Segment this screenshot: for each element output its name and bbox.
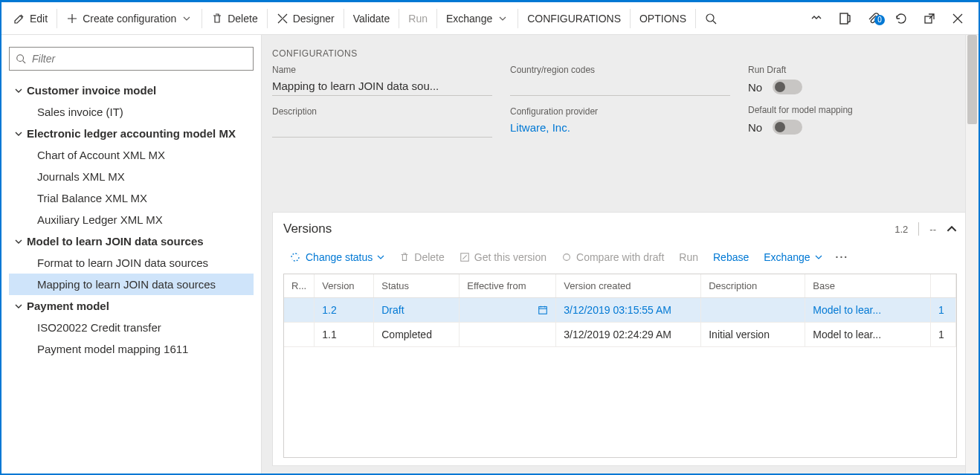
default-toggle[interactable] [773, 120, 802, 135]
table-row[interactable]: 1.2Draft3/12/2019 03:15:55 AMModel to le… [284, 298, 956, 323]
tree-node[interactable]: Payment model [9, 295, 254, 317]
configurations-tab-button[interactable]: CONFIGURATIONS [520, 2, 628, 34]
description-field-value[interactable] [272, 121, 492, 138]
grid-column-header[interactable]: Effective from [460, 274, 556, 298]
cell-description: Initial version [701, 323, 805, 347]
versions-panel: Versions 1.2 -- Change status [272, 212, 968, 466]
change-status-label: Change status [306, 251, 373, 263]
status-cycle-icon [289, 251, 301, 263]
tree-node-label: Sales invoice (IT) [37, 106, 123, 118]
grid-column-header[interactable]: R... [284, 274, 315, 298]
close-icon-button[interactable] [944, 13, 971, 25]
download-box-icon [460, 252, 470, 262]
scrollbar-thumb[interactable] [967, 35, 977, 124]
tree-node[interactable]: Payment model mapping 1611 [9, 338, 254, 360]
chevron-down-icon [181, 13, 193, 25]
tree-node[interactable]: Auxiliary Ledger XML MX [9, 209, 254, 230]
search-button[interactable] [697, 2, 724, 34]
tree-node[interactable]: Mapping to learn JOIN data sources [9, 274, 254, 295]
tree-node[interactable]: Trial Balance XML MX [9, 187, 254, 209]
chevron-down-icon[interactable] [13, 85, 24, 96]
grid-column-header[interactable] [931, 274, 956, 298]
cell-effective [460, 298, 556, 323]
svg-rect-5 [539, 307, 547, 314]
versions-exchange-button[interactable]: Exchange [758, 248, 828, 266]
trash-icon [399, 252, 410, 262]
country-field-value[interactable] [510, 80, 730, 96]
chevron-down-icon[interactable] [13, 236, 24, 247]
popout-icon [923, 12, 936, 25]
cell-base-n: 1 [931, 323, 956, 347]
description-field-label: Description [272, 106, 492, 117]
tree-node[interactable]: Chart of Account XML MX [9, 144, 254, 166]
tree-node[interactable]: Format to learn JOIN data sources [9, 252, 254, 274]
chevron-down-icon[interactable] [13, 301, 24, 311]
tree-node[interactable]: Model to learn JOIN data sources [9, 230, 254, 252]
trash-icon [211, 13, 223, 25]
refresh-icon-button[interactable] [888, 12, 915, 25]
create-configuration-button[interactable]: Create configuration [59, 2, 200, 34]
collapse-icon-button[interactable] [947, 224, 957, 234]
cell-effective [460, 323, 556, 347]
versions-delete-label: Delete [414, 251, 444, 263]
connector-icon-button[interactable] [803, 12, 830, 25]
more-actions-button[interactable]: ··· [831, 248, 854, 266]
grid-column-header[interactable]: Description [701, 274, 805, 298]
create-label: Create configuration [83, 13, 176, 25]
main-panel: CONFIGURATIONS Name Mapping to learn JOI… [262, 35, 979, 474]
versions-grid: R...VersionStatusEffective fromVersion c… [284, 274, 956, 347]
versions-header-version: 1.2 [894, 224, 908, 235]
office-icon-button[interactable] [831, 12, 858, 25]
tree-node[interactable]: Electronic ledger accounting model MX [9, 123, 254, 144]
designer-button[interactable]: Designer [269, 2, 342, 34]
rebase-label: Rebase [713, 251, 749, 263]
tree-node[interactable]: Sales invoice (IT) [9, 101, 254, 123]
office-icon [838, 12, 851, 25]
chevron-down-icon[interactable] [13, 129, 24, 139]
attachments-icon-button[interactable]: 0 [860, 12, 886, 25]
grid-column-header[interactable]: Version created [556, 274, 701, 298]
tree-node[interactable]: Customer invoice model [9, 80, 254, 101]
grid-column-header[interactable]: Base [805, 274, 931, 298]
cell-version: 1.1 [315, 323, 374, 347]
svg-rect-1 [840, 13, 848, 24]
delete-button[interactable]: Delete [204, 2, 265, 34]
validate-button[interactable]: Validate [346, 2, 398, 34]
get-version-label: Get this version [474, 251, 547, 263]
grid-column-header[interactable]: Version [315, 274, 374, 298]
delete-label: Delete [228, 13, 257, 25]
tree-node-label: Chart of Account XML MX [37, 149, 165, 161]
options-tab-button[interactable]: OPTIONS [632, 2, 694, 34]
rundraft-toggle[interactable] [773, 80, 802, 94]
tree-node[interactable]: Journals XML MX [9, 166, 254, 187]
close-icon [952, 13, 964, 25]
versions-grid-wrap: R...VersionStatusEffective fromVersion c… [283, 274, 957, 458]
table-row[interactable]: 1.1Completed3/12/2019 02:24:29 AMInitial… [284, 323, 956, 347]
name-field-value[interactable]: Mapping to learn JOIN data sou... [272, 80, 492, 96]
svg-point-3 [17, 55, 24, 62]
versions-toolbar: Change status Delete Get this version [273, 245, 967, 274]
tree-node[interactable]: ISO20022 Credit transfer [9, 317, 254, 338]
filter-box[interactable] [9, 47, 254, 71]
provider-field-value[interactable]: Litware, Inc. [510, 121, 730, 138]
scrollbar[interactable] [965, 35, 979, 474]
exchange-button[interactable]: Exchange [439, 2, 516, 34]
exchange-label: Exchange [446, 13, 492, 25]
options-label: OPTIONS [639, 13, 686, 25]
versions-run-label: Run [679, 251, 698, 263]
rebase-button[interactable]: Rebase [707, 248, 755, 266]
filter-input[interactable] [32, 53, 247, 65]
grid-column-header[interactable]: Status [374, 274, 460, 298]
change-status-button[interactable]: Change status [283, 248, 390, 266]
search-icon [705, 13, 717, 25]
default-field-value: No [748, 121, 762, 134]
chevron-down-icon [377, 253, 384, 261]
edit-button[interactable]: Edit [6, 2, 55, 34]
versions-title: Versions [283, 222, 332, 236]
provider-field-label: Configuration provider [510, 106, 730, 117]
chevron-down-icon [497, 13, 509, 25]
popout-icon-button[interactable] [916, 12, 943, 25]
versions-delete-button: Delete [393, 248, 450, 266]
content-area: Customer invoice modelSales invoice (IT)… [1, 35, 979, 474]
cell-base: Model to lear... [805, 298, 931, 323]
